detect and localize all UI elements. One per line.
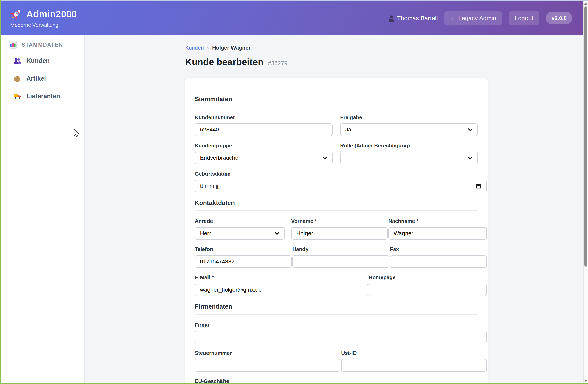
- vorname-label: Vorname *: [291, 218, 388, 224]
- breadcrumb: Kunden › Holger Wagner: [185, 44, 488, 51]
- user-name: Thomas Bartelt: [397, 15, 438, 21]
- window-bottom-edge: [0, 383, 588, 384]
- telefon-label: Telefon: [195, 246, 292, 252]
- rolle-selected-value: -: [345, 155, 347, 161]
- breadcrumb-separator: ›: [207, 44, 209, 51]
- sidebar-item-label: Artikel: [26, 75, 46, 82]
- package-icon: [14, 75, 21, 82]
- anrede-select[interactable]: Herr: [195, 227, 285, 240]
- scrollbar-up-arrow-icon[interactable]: [584, 2, 588, 5]
- geburtsdatum-input[interactable]: tt.mm.jjjj: [195, 180, 487, 192]
- sidebar-item-label: Lieferanten: [26, 93, 60, 100]
- sidebar-item-label: Kunden: [26, 57, 50, 64]
- truck-icon: [14, 93, 21, 100]
- section-heading-firmendaten: Firmendaten: [195, 303, 478, 315]
- kundennummer-label: Kundennummer: [195, 114, 333, 121]
- fax-label: Fax: [390, 246, 487, 252]
- ustid-input[interactable]: [341, 359, 487, 371]
- logout-button[interactable]: Logout: [509, 12, 539, 25]
- version-badge: v2.0.0: [546, 12, 572, 24]
- anrede-label: Anrede: [195, 218, 285, 224]
- section-heading-stammdaten: Stammdaten: [195, 95, 478, 107]
- fax-input[interactable]: [390, 255, 487, 268]
- user-icon: [388, 15, 394, 21]
- date-placeholder: tt.mm.jjjj: [200, 183, 221, 189]
- app-header: Admin2000 Moderne Verwaltung Thomas Bart…: [1, 1, 588, 36]
- geburtsdatum-label: Geburtsdatum: [195, 171, 478, 177]
- vorname-input[interactable]: [291, 227, 388, 240]
- section-heading-kontaktdaten: Kontaktdaten: [195, 199, 478, 211]
- kundengruppe-selected-value: Endverbraucher: [200, 155, 240, 161]
- customer-form-card: Stammdaten Kundennummer Freigabe Ja: [185, 78, 488, 383]
- sidebar: STAMMDATEN Kunden: [1, 36, 85, 383]
- freigabe-selected-value: Ja: [345, 126, 352, 133]
- chevron-down-icon: [468, 156, 473, 159]
- legacy-admin-button[interactable]: ← Legacy Admin: [444, 12, 502, 25]
- ustid-label: Ust-ID: [341, 350, 487, 356]
- user-info: Thomas Bartelt: [388, 15, 438, 21]
- vertical-scrollbar[interactable]: [583, 1, 588, 384]
- app-window: Admin2000 Moderne Verwaltung Thomas Bart…: [1, 1, 588, 383]
- bar-chart-icon: [9, 41, 17, 49]
- handy-label: Handy: [292, 246, 389, 252]
- rolle-select[interactable]: -: [340, 152, 478, 164]
- page-title: Kunde bearbeiten: [185, 56, 264, 68]
- sidebar-item-lieferanten[interactable]: Lieferanten: [1, 87, 84, 105]
- anrede-selected-value: Herr: [200, 230, 211, 237]
- nachname-label: Nachname *: [388, 218, 487, 224]
- chevron-down-icon: [275, 232, 279, 235]
- rolle-label: Rolle (Admin-Berechtigung): [340, 142, 478, 149]
- eu-geschaefte-label: EU-Geschäfte: [195, 378, 478, 383]
- sidebar-nav: Kunden Artikel: [1, 52, 84, 105]
- email-input[interactable]: [195, 284, 368, 296]
- firma-label: Firma: [195, 322, 478, 328]
- handy-input[interactable]: [292, 255, 389, 268]
- sidebar-item-artikel[interactable]: Artikel: [1, 70, 84, 87]
- scrollbar-down-arrow-icon[interactable]: [584, 380, 588, 382]
- breadcrumb-link-kunden[interactable]: Kunden: [185, 44, 204, 51]
- app-title: Admin2000: [26, 9, 77, 19]
- scrollbar-thumb[interactable]: [584, 6, 588, 267]
- steuernummer-label: Steuernummer: [195, 350, 340, 356]
- chevron-down-icon: [468, 128, 473, 131]
- nachname-input[interactable]: [388, 227, 487, 240]
- rocket-icon: [8, 6, 24, 22]
- window-left-edge: [0, 0, 1, 384]
- breadcrumb-current: Holger Wagner: [212, 44, 251, 51]
- freigabe-select[interactable]: Ja: [340, 123, 478, 136]
- calendar-icon[interactable]: [476, 183, 482, 189]
- people-icon: [14, 57, 21, 65]
- record-id: #36279: [268, 60, 288, 67]
- homepage-input[interactable]: [369, 284, 487, 296]
- email-label: E-Mail *: [195, 274, 368, 281]
- sidebar-item-kunden[interactable]: Kunden: [1, 52, 84, 70]
- homepage-label: Homepage: [369, 274, 487, 281]
- kundengruppe-label: Kundengruppe: [195, 142, 333, 149]
- telefon-input[interactable]: [195, 255, 292, 268]
- header-actions: Thomas Bartelt ← Legacy Admin Logout v2.…: [388, 12, 572, 25]
- kundennummer-input[interactable]: [195, 123, 333, 136]
- sidebar-section-header: STAMMDATEN: [1, 40, 84, 49]
- chevron-down-icon: [322, 156, 327, 159]
- window-top-edge: [0, 0, 588, 1]
- main-content: Kunden › Holger Wagner Kunde bearbeiten …: [85, 36, 588, 383]
- kundengruppe-select[interactable]: Endverbraucher: [195, 152, 333, 164]
- sidebar-section-label: STAMMDATEN: [21, 42, 63, 48]
- app-brand: Admin2000 Moderne Verwaltung: [10, 8, 77, 28]
- steuernummer-input[interactable]: [195, 359, 340, 371]
- freigabe-label: Freigabe: [340, 114, 478, 121]
- firma-input[interactable]: [195, 331, 487, 343]
- app-subtitle: Moderne Verwaltung: [10, 22, 77, 28]
